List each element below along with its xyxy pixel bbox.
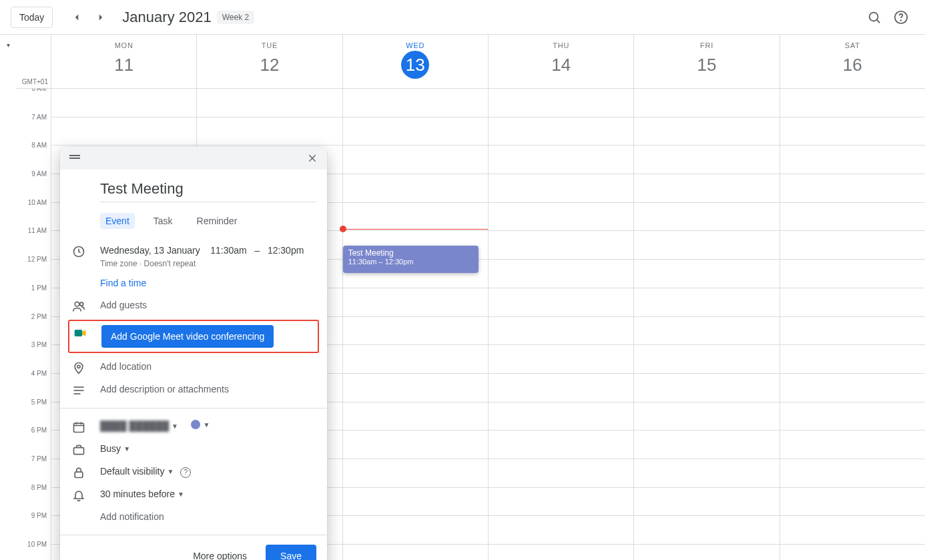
search-icon[interactable]	[861, 4, 888, 31]
lock-icon	[71, 466, 87, 479]
event-type-tabs: Event Task Reminder	[100, 213, 316, 229]
hour-label: 8 PM	[16, 484, 51, 513]
nav-arrows	[69, 9, 109, 25]
calendar-select[interactable]: ████ ██████ ▼	[100, 419, 178, 433]
hour-label: 10 AM	[16, 199, 51, 228]
help-icon[interactable]	[888, 4, 914, 31]
expand-handle-icon[interactable]: ▾	[7, 41, 10, 49]
hour-label: 6 PM	[16, 427, 51, 455]
event-start-time[interactable]: 11:30am	[210, 245, 246, 256]
svg-rect-11	[75, 330, 83, 336]
svg-rect-21	[75, 472, 83, 477]
hour-label: 9 AM	[16, 170, 51, 199]
drag-handle-icon[interactable]	[67, 150, 83, 166]
event-end-time[interactable]: 12:30pm	[268, 245, 304, 256]
svg-point-10	[80, 302, 83, 306]
svg-rect-14	[74, 390, 84, 391]
hour-label: 5 PM	[16, 398, 51, 427]
meet-icon	[72, 326, 88, 340]
hour-label: 10 PM	[16, 541, 51, 560]
svg-rect-13	[74, 386, 84, 388]
day-header[interactable]: TUE12	[196, 35, 342, 88]
repeat-link[interactable]: Doesn't repeat	[144, 259, 196, 268]
hour-label: 8 AM	[16, 142, 51, 170]
timezone-link[interactable]: Time zone	[100, 259, 137, 268]
current-time-indicator	[343, 229, 488, 230]
svg-line-1	[877, 19, 880, 23]
svg-rect-15	[74, 393, 81, 394]
day-header[interactable]: WED13	[342, 35, 488, 88]
visibility-select[interactable]: Default visibility ▼	[100, 465, 174, 479]
day-column[interactable]	[488, 89, 633, 560]
day-header[interactable]: FRI15	[633, 35, 779, 88]
svg-rect-20	[74, 448, 84, 455]
prev-week-button[interactable]	[69, 9, 85, 25]
visibility-help-icon[interactable]: ?	[180, 467, 191, 478]
location-icon	[71, 361, 87, 374]
day-header[interactable]: THU14	[488, 35, 633, 88]
day-header[interactable]: MON11	[51, 35, 196, 88]
hour-label: 9 PM	[16, 512, 51, 541]
add-description-field[interactable]: Add description or attachments	[100, 384, 229, 394]
svg-rect-16	[74, 423, 84, 432]
guests-icon	[71, 300, 87, 313]
day-header[interactable]: SAT16	[780, 35, 925, 88]
app-header: Today January 2021 Week 2	[0, 0, 925, 35]
hour-label: 12 PM	[16, 256, 51, 284]
briefcase-icon	[71, 443, 87, 457]
week-badge: Week 2	[217, 11, 254, 24]
availability-select[interactable]: Busy ▼	[100, 442, 130, 456]
svg-point-9	[75, 302, 79, 306]
next-week-button[interactable]	[93, 9, 109, 25]
hour-label: 2 PM	[16, 313, 51, 342]
find-a-time-link[interactable]: Find a time	[100, 278, 146, 288]
calendar-event[interactable]: Test Meeting11:30am – 12:30pm	[343, 246, 479, 273]
notification-select[interactable]: 30 minutes before ▼	[100, 487, 184, 501]
hour-label: 6 AM	[16, 89, 51, 113]
event-title-input[interactable]	[100, 178, 316, 202]
description-icon	[71, 384, 87, 397]
tab-event[interactable]: Event	[100, 213, 135, 229]
save-button[interactable]: Save	[266, 545, 316, 560]
meet-highlight-box: Add Google Meet video conferencing	[68, 320, 319, 353]
hour-label: 3 PM	[16, 341, 51, 370]
add-notification-link[interactable]: Add notification	[100, 511, 164, 522]
add-guests-field[interactable]: Add guests	[100, 300, 147, 310]
expand-column: ▾	[0, 35, 16, 560]
hour-label: 4 PM	[16, 370, 51, 398]
svg-point-3	[901, 20, 902, 21]
bell-icon	[71, 489, 87, 502]
month-year-title: January 2021	[122, 9, 211, 26]
clock-icon	[71, 245, 87, 258]
day-column[interactable]	[780, 89, 925, 560]
hour-label: 11 AM	[16, 227, 51, 256]
hour-label: 7 PM	[16, 455, 51, 484]
svg-rect-5	[69, 158, 80, 159]
svg-rect-4	[69, 155, 80, 156]
add-location-field[interactable]: Add location	[100, 361, 151, 372]
today-button[interactable]: Today	[11, 7, 53, 28]
svg-point-0	[870, 12, 878, 21]
svg-point-12	[77, 365, 80, 368]
calendar-icon	[71, 421, 87, 434]
tab-task[interactable]: Task	[148, 213, 178, 229]
event-editor-popup: Event Task Reminder Wednesday, 13 Januar…	[60, 147, 327, 560]
hour-label: 1 PM	[16, 284, 51, 313]
day-header-row: GMT+01 MON11TUE12WED13THU14FRI15SAT16	[16, 35, 925, 89]
more-options-button[interactable]: More options	[193, 551, 247, 560]
day-column[interactable]: Test Meeting11:30am – 12:30pm	[342, 89, 488, 560]
color-select[interactable]: ▼	[191, 420, 210, 430]
timezone-label: GMT+01	[22, 78, 48, 85]
day-column[interactable]	[633, 89, 779, 560]
tab-reminder[interactable]: Reminder	[192, 213, 243, 229]
event-date[interactable]: Wednesday, 13 January	[100, 245, 200, 256]
time-gutter: 6 AM7 AM8 AM9 AM10 AM11 AM12 PM1 PM2 PM3…	[16, 89, 51, 560]
add-google-meet-button[interactable]: Add Google Meet video conferencing	[101, 325, 274, 348]
hour-label: 7 AM	[16, 113, 51, 142]
close-icon[interactable]	[304, 150, 320, 166]
